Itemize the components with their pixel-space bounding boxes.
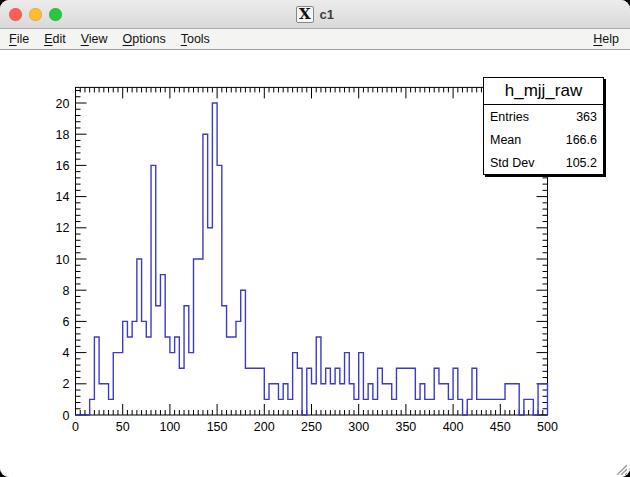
histogram-line	[76, 103, 548, 415]
stats-value: 363	[576, 110, 597, 124]
y-tick-label: 18	[56, 128, 70, 142]
menu-item-tools[interactable]: Tools	[181, 32, 210, 46]
y-tick-label: 8	[63, 284, 70, 298]
menu-item-file[interactable]: File	[9, 32, 29, 46]
y-tick-label: 12	[56, 221, 70, 235]
stats-row-mean: Mean166.6	[484, 128, 603, 151]
menu-item-help[interactable]: Help	[593, 32, 619, 46]
x-tick-label: 150	[207, 420, 228, 434]
x11-x-icon: X	[296, 6, 314, 23]
stats-box[interactable]: h_mjj_raw Entries363Mean166.6Std Dev105.…	[483, 77, 604, 175]
x-tick-label: 500	[537, 420, 558, 434]
title-center: X c1	[0, 0, 630, 28]
y-tick-label: 4	[63, 346, 70, 360]
x-tick-label: 200	[254, 420, 275, 434]
x-tick-label: 350	[395, 420, 416, 434]
title-bar: X c1	[0, 0, 630, 29]
x-tick-label: 450	[490, 420, 511, 434]
stats-row-std-dev: Std Dev105.2	[484, 151, 603, 174]
x-tick-label: 300	[348, 420, 369, 434]
menu-item-options[interactable]: Options	[123, 32, 166, 46]
y-tick-label: 0	[63, 409, 70, 423]
y-tick-label: 20	[56, 97, 70, 111]
y-tick-label: 14	[56, 190, 70, 204]
stats-label: Mean	[490, 133, 521, 147]
stats-label: Entries	[490, 110, 529, 124]
x-tick-label: 50	[116, 420, 130, 434]
y-tick-label: 10	[56, 253, 70, 267]
stats-value: 166.6	[566, 133, 597, 147]
x-tick-label: 250	[301, 420, 322, 434]
plot-canvas[interactable]: 0501001502002503003504004505000246810121…	[0, 50, 630, 477]
menu-item-edit[interactable]: Edit	[44, 32, 66, 46]
resize-grip-icon[interactable]	[615, 463, 627, 475]
x-tick-label: 100	[159, 420, 180, 434]
stats-value: 105.2	[566, 156, 597, 170]
root-canvas-window: X c1 FileEditViewOptionsToolsHelp 050100…	[0, 0, 630, 477]
stats-label: Std Dev	[490, 156, 534, 170]
x-tick-label: 0	[72, 420, 79, 434]
x-tick-label: 400	[443, 420, 464, 434]
stats-row-entries: Entries363	[484, 105, 603, 128]
menu-bar: FileEditViewOptionsToolsHelp	[0, 29, 630, 50]
stats-box-title: h_mjj_raw	[484, 78, 603, 105]
y-tick-label: 2	[63, 377, 70, 391]
window-title: c1	[320, 7, 334, 22]
y-tick-label: 6	[63, 315, 70, 329]
menu-item-view[interactable]: View	[81, 32, 108, 46]
plot-frame	[76, 87, 548, 415]
y-tick-label: 16	[56, 159, 70, 173]
